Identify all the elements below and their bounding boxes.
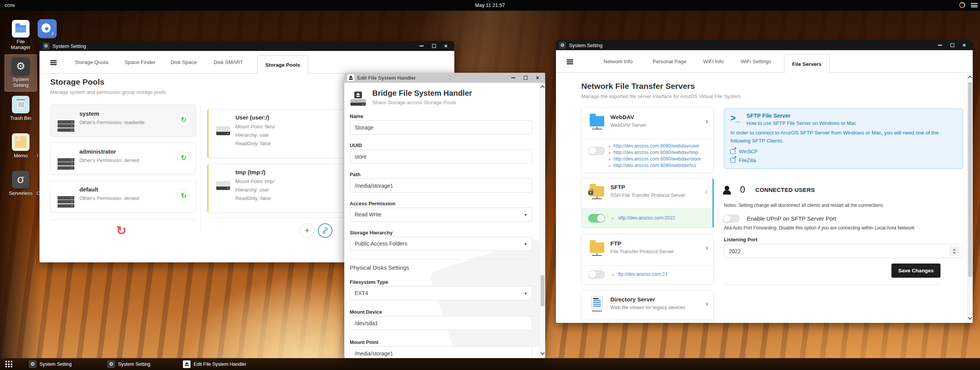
tab-space-finder[interactable]: Space Finder (123, 51, 157, 74)
topbar-menu-icon[interactable] (971, 3, 978, 8)
save-changes-button[interactable]: Save Changes (891, 264, 941, 278)
app-launcher-icon[interactable] (5, 361, 15, 367)
pool-permission: Other's Permission: denied (79, 195, 139, 201)
tab-personal-page[interactable]: Personal Page (651, 50, 688, 73)
pool-card-administrator[interactable]: administrator Other's Permission: denied… (50, 142, 196, 175)
bridge-fsh-icon (350, 92, 366, 107)
webdav-link[interactable]: http://dev.arozos.com:8080/webdav/store (613, 156, 701, 162)
tab-disk-smart[interactable]: Disk SMART (212, 51, 245, 74)
maximize-button[interactable] (432, 44, 436, 48)
server-desc: File Transfer Protocol Server (610, 249, 674, 254)
column-divider (201, 105, 201, 231)
webdav-toggle[interactable] (588, 147, 605, 155)
file-manager-icon[interactable] (12, 20, 30, 38)
scroll-up-icon[interactable] (968, 75, 972, 80)
webdav-link[interactable]: http://dev.arozos.com:8080/webdav/user (613, 143, 699, 149)
fsh-card-user[interactable]: User (user:/) Mount Point: files/ Hierar… (207, 109, 350, 158)
webdav-link[interactable]: http://dev.arozos.com:8080/webdav/is1 (613, 163, 696, 168)
sync-spinner-icon[interactable] (959, 2, 965, 8)
chevron-right-icon[interactable]: › (705, 187, 708, 196)
serverless-icon[interactable]: σ (12, 171, 30, 188)
tab-network-info[interactable]: Network Info (602, 50, 634, 73)
mount-device-input[interactable] (350, 316, 532, 330)
menu-icon[interactable] (567, 59, 573, 64)
scroll-up-icon[interactable] (540, 85, 544, 89)
menu-icon[interactable] (50, 60, 57, 65)
refresh-pool-button[interactable]: ↻ (177, 189, 190, 202)
listening-port-input[interactable] (724, 244, 962, 258)
maximize-button[interactable] (524, 76, 528, 80)
minimize-button[interactable] (419, 46, 424, 46)
close-button[interactable]: × (536, 75, 539, 80)
filesystem-type-select[interactable]: EXT4 ▾ (350, 286, 532, 300)
uuid-input[interactable] (350, 149, 532, 164)
tab-wifi-info[interactable]: WiFi Info (702, 50, 725, 73)
taskbar-item-edit-fsh[interactable]: Edit File System Handler (183, 358, 247, 370)
taskbar-item-system-setting-2[interactable]: ⚙ System Setting (107, 358, 150, 370)
tab-storage-pools[interactable]: Storage Pools (257, 55, 308, 74)
minimize-button[interactable] (511, 77, 515, 78)
system-setting-icon[interactable]: ⚙ (12, 57, 30, 75)
fsh-card-tmp[interactable]: tmp (tmp:/) Mount Point: tmp/ Hierarchy:… (207, 164, 350, 213)
window-titlebar[interactable]: ⚙ System Setting × (556, 40, 973, 50)
name-label: Name (350, 113, 363, 119)
scrollbar-thumb[interactable] (968, 82, 972, 277)
server-card-ftp[interactable]: FTP File Transfer Protocol Server › ▸ ft… (581, 234, 714, 285)
access-permission-select[interactable]: Read Write ▾ (350, 208, 532, 222)
ftp-link[interactable]: ftp://dev.arozos.com:21 (618, 272, 668, 277)
scrollbar[interactable] (967, 73, 973, 323)
webdav-links: ▸http://dev.arozos.com:8080/webdav/user … (609, 143, 701, 169)
bridge-handler-button[interactable] (318, 223, 332, 238)
minimize-button[interactable] (938, 45, 942, 46)
window-titlebar[interactable]: ⚙ System Setting × (39, 41, 454, 51)
pool-card-default[interactable]: default Other's Permission: denied ↻ (50, 180, 196, 213)
page-title: Storage Pools (50, 77, 104, 87)
taskbar-item-system-setting-1[interactable]: ⚙ System Setting (29, 358, 72, 370)
ftp-toggle[interactable] (588, 270, 605, 279)
client-link-filezilla[interactable]: FileZilla (730, 157, 756, 163)
mount-point-label: Mount Point (350, 339, 378, 345)
window-title: System Setting (53, 43, 86, 49)
scrollbar-thumb[interactable] (541, 275, 544, 306)
tab-disk-space[interactable]: Disk Space (169, 51, 198, 74)
close-button[interactable]: × (963, 43, 966, 48)
server-card-webdav[interactable]: WebDAV WebDAV Server › ▸http://dev.arozo… (581, 107, 714, 173)
server-card-sftp[interactable]: SFTP SSH File Transfer Protocol Server ›… (581, 178, 714, 228)
webdav-link[interactable]: http://dev.arozos.com:8080/webdav/tmp (613, 150, 698, 155)
upnp-toggle[interactable] (723, 214, 740, 223)
scroll-down-icon[interactable] (540, 350, 544, 355)
music-app-icon[interactable]: ♪ (38, 20, 56, 38)
bullet-icon: ▸ (609, 157, 611, 161)
refresh-pool-button[interactable]: ↻ (177, 151, 190, 164)
divider (581, 265, 714, 266)
memo-icon[interactable] (12, 133, 30, 151)
maximize-button[interactable] (950, 43, 954, 47)
scroll-down-icon[interactable] (968, 315, 972, 319)
number-spinner[interactable] (949, 246, 959, 256)
chevron-right-icon[interactable]: › (705, 117, 708, 126)
tab-wifi-settings[interactable]: WiFi Settings (739, 50, 773, 73)
name-input[interactable] (350, 120, 532, 134)
chevron-right-icon[interactable]: › (705, 243, 708, 252)
reload-pools-icon[interactable]: ↻ (116, 223, 127, 238)
sftp-toggle[interactable] (588, 214, 605, 223)
storage-hierarchy-label: Storage Hierarchy (350, 230, 393, 236)
pool-card-system[interactable]: system Other's Permission: readwrite ↻ (50, 105, 196, 137)
tab-storage-quota[interactable]: Storage Quota (73, 51, 110, 74)
directory-toggle-row (581, 319, 714, 323)
window-titlebar[interactable]: Edit File System Handler × (344, 73, 545, 83)
chevron-right-icon[interactable]: › (705, 299, 708, 308)
tab-file-servers[interactable]: File Servers (784, 54, 830, 73)
close-button[interactable]: × (444, 43, 447, 49)
refresh-pool-button[interactable]: ↻ (177, 113, 190, 126)
trash-bin-icon[interactable] (12, 96, 30, 113)
mount-point-input[interactable] (350, 346, 532, 358)
scrollbar[interactable] (539, 83, 545, 358)
storage-hierarchy-select[interactable]: Public Access Folders ▾ (350, 237, 532, 251)
path-input[interactable] (350, 178, 532, 193)
sftp-link[interactable]: sftp://dev.arozos.com:2022 (618, 215, 675, 221)
server-card-directory[interactable]: Directory Server Web file viewer for leg… (581, 290, 714, 323)
client-link-winscp[interactable]: WinSCP (730, 149, 758, 154)
add-handler-button[interactable]: + (300, 223, 314, 238)
pool-name: default (79, 186, 98, 193)
